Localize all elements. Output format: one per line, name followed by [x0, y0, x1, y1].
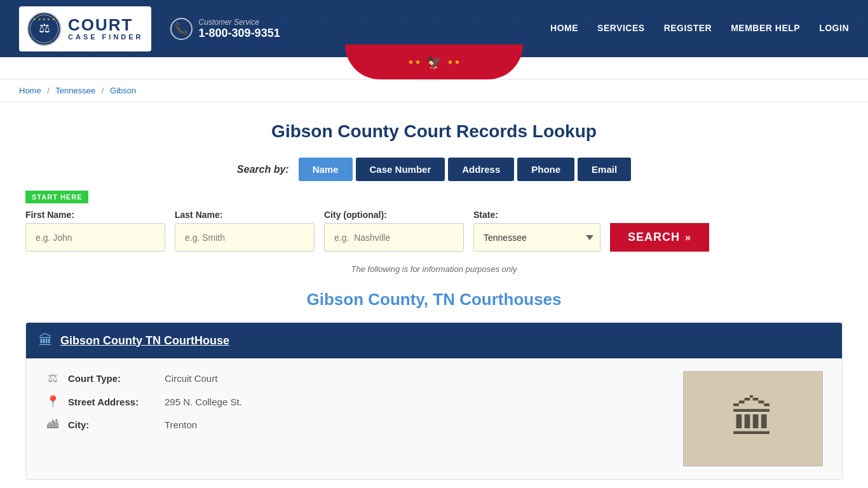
nav-login[interactable]: LOGIN: [819, 23, 849, 34]
street-address-value: 295 N. College St.: [165, 396, 242, 407]
location-icon: 📍: [45, 395, 60, 409]
state-label: State:: [473, 210, 600, 220]
breadcrumb-gibson[interactable]: Gibson: [110, 86, 136, 95]
city-input[interactable]: [324, 223, 464, 252]
search-by-row: Search by: Name Case Number Address Phon…: [25, 158, 843, 181]
star-left: ★ ★: [408, 58, 421, 65]
logo-casefinder-label: CASE FINDER: [68, 33, 144, 41]
search-by-label: Search by:: [237, 164, 289, 175]
banner-arc-container: ★ ★ 🦅 ★ ★: [0, 57, 868, 79]
first-name-label: First Name:: [25, 210, 165, 220]
courthouse-card: 🏛 Gibson County TN CourtHouse ⚖ Court Ty…: [25, 322, 843, 480]
tab-address[interactable]: Address: [448, 158, 514, 181]
svg-text:★ ★ ★ ★ ★: ★ ★ ★ ★ ★: [33, 17, 55, 21]
state-select[interactable]: Tennessee Alabama Arizona California: [473, 223, 600, 252]
courthouse-header: 🏛 Gibson County TN CourtHouse: [26, 323, 842, 358]
court-type-row: ⚖ Court Type: Circuit Court: [45, 371, 242, 385]
logo-text: COURT CASE FINDER: [68, 17, 144, 41]
cs-phone[interactable]: 1-800-309-9351: [199, 27, 280, 40]
courthouse-body: ⚖ Court Type: Circuit Court 📍 Street Add…: [26, 358, 842, 479]
first-name-group: First Name:: [25, 210, 165, 252]
county-title: Gibson County, TN Courthouses: [25, 290, 843, 309]
street-address-label: Street Address:: [68, 396, 157, 407]
start-here-label: START HERE: [25, 191, 88, 203]
court-type-value: Circuit Court: [165, 373, 217, 384]
court-type-icon: ⚖: [45, 371, 60, 385]
star-right: ★ ★: [447, 58, 461, 65]
breadcrumb-tennessee[interactable]: Tennessee: [55, 86, 95, 95]
search-section: Search by: Name Case Number Address Phon…: [25, 158, 843, 252]
first-name-input[interactable]: [25, 223, 165, 252]
city-info-value: Trenton: [165, 419, 197, 430]
breadcrumb-sep-2: /: [102, 86, 104, 95]
start-here-badge: START HERE: [25, 191, 843, 210]
disclaimer-text: The following is for information purpose…: [25, 264, 843, 274]
last-name-group: Last Name:: [175, 210, 315, 252]
street-address-row: 📍 Street Address: 295 N. College St.: [45, 395, 242, 409]
customer-service: 📞 Customer Service 1-800-309-9351: [170, 18, 280, 40]
city-row: 🏙 City: Trenton: [45, 418, 242, 431]
search-button[interactable]: SEARCH »: [610, 223, 709, 252]
city-icon: 🏙: [45, 418, 60, 431]
last-name-label: Last Name:: [175, 210, 315, 220]
tab-phone[interactable]: Phone: [517, 158, 574, 181]
logo-area: ⚖ ★ ★ ★ ★ ★ COURT CASE FINDER 📞 Customer…: [19, 6, 280, 51]
tab-email[interactable]: Email: [578, 158, 631, 181]
nav-member-help[interactable]: MEMBER HELP: [731, 23, 800, 34]
state-group: State: Tennessee Alabama Arizona Califor…: [473, 210, 600, 252]
eagle-icon: 🦅: [426, 55, 442, 70]
logo-box[interactable]: ⚖ ★ ★ ★ ★ ★ COURT CASE FINDER: [19, 6, 151, 51]
search-chevrons: »: [685, 232, 691, 243]
nav-services[interactable]: SERVICES: [597, 23, 645, 34]
banner-arc: ★ ★ 🦅 ★ ★: [345, 44, 523, 79]
city-label: City (optional):: [324, 210, 464, 220]
courthouse-image: [683, 371, 823, 466]
breadcrumb-home[interactable]: Home: [19, 86, 41, 95]
courthouse-info: ⚖ Court Type: Circuit Court 📍 Street Add…: [45, 371, 242, 431]
logo-emblem-icon: ⚖ ★ ★ ★ ★ ★: [27, 11, 62, 46]
search-form: First Name: Last Name: City (optional): …: [25, 210, 843, 252]
tab-name[interactable]: Name: [299, 158, 353, 181]
courthouse-name[interactable]: Gibson County TN CourtHouse: [60, 334, 229, 348]
search-button-label: SEARCH: [628, 231, 680, 244]
svg-text:⚖: ⚖: [39, 21, 50, 35]
phone-icon: 📞: [170, 18, 193, 40]
breadcrumb: Home / Tennessee / Gibson: [0, 79, 868, 102]
nav-register[interactable]: REGISTER: [664, 23, 712, 34]
main-nav: HOME SERVICES REGISTER MEMBER HELP LOGIN: [550, 23, 849, 34]
city-group: City (optional):: [324, 210, 464, 252]
breadcrumb-sep-1: /: [47, 86, 50, 95]
building-art: [684, 372, 822, 466]
page-title: Gibson County Court Records Lookup: [25, 121, 843, 142]
last-name-input[interactable]: [175, 223, 315, 252]
main-content: Gibson County Court Records Lookup Searc…: [0, 102, 868, 488]
logo-court-label: COURT: [68, 17, 144, 33]
cs-label: Customer Service: [199, 18, 280, 27]
courthouse-building-icon: 🏛: [39, 332, 53, 349]
nav-home[interactable]: HOME: [550, 23, 578, 34]
city-info-label: City:: [68, 419, 157, 430]
court-type-label: Court Type:: [68, 373, 157, 384]
tab-case-number[interactable]: Case Number: [356, 158, 445, 181]
